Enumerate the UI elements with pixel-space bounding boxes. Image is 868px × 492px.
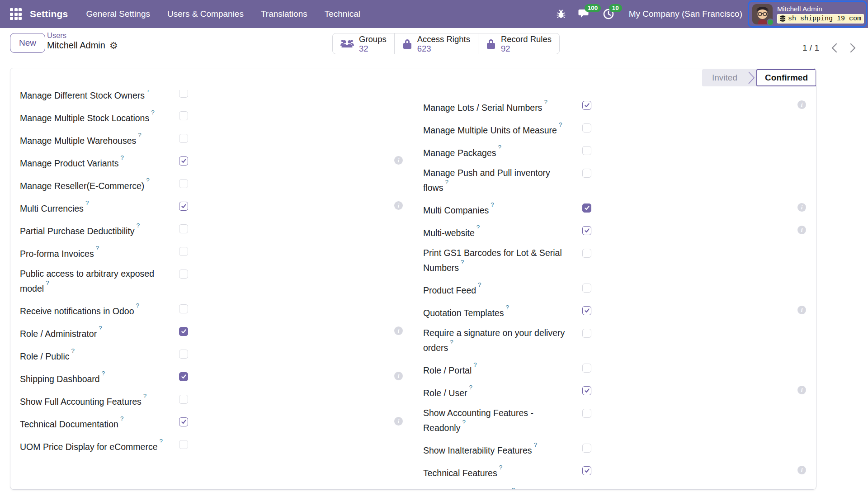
state-ribbon: Invited Confirmed [702, 69, 816, 86]
permission-row: Quotation Templates? i [423, 304, 816, 319]
database-name: sh_shipping_19_com [788, 15, 861, 23]
check-icon [181, 419, 187, 425]
permission-checkbox[interactable] [582, 226, 591, 235]
permission-row: Manage Push and Pull inventory flows? [423, 167, 816, 194]
menu-general-settings[interactable]: General Settings [86, 9, 150, 19]
permission-row: Manage Product Variants? i [20, 155, 418, 170]
permission-checkbox[interactable] [582, 284, 591, 293]
help-question-icon: ? [137, 222, 140, 229]
permission-checkbox[interactable] [582, 466, 591, 475]
pager-value[interactable]: 1 / 1 [802, 43, 819, 53]
apps-grid-icon[interactable] [10, 8, 22, 20]
app-name[interactable]: Settings [30, 9, 68, 19]
permission-checkbox[interactable] [179, 440, 188, 449]
statusbar: Invited Confirmed [10, 68, 816, 90]
help-question-icon: ? [159, 438, 163, 445]
permission-row: Show Accounting Features - Readonly? [423, 407, 816, 434]
help-question-icon: ? [136, 302, 140, 309]
pager-previous-icon[interactable] [831, 43, 838, 53]
permission-checkbox[interactable] [582, 329, 591, 338]
permission-row: Partial Purchase Deductibility? [20, 222, 418, 237]
menu-users-companies[interactable]: Users & Companies [167, 9, 244, 19]
permission-checkbox[interactable] [582, 386, 591, 395]
stat-buttons: Groups 32 Access Rights 623 Record Rules… [332, 33, 560, 54]
permission-checkbox[interactable] [582, 169, 591, 178]
permission-row: Receive notifications in Odoo? [20, 303, 418, 317]
new-button[interactable]: New [10, 33, 45, 53]
permission-label: Manage Multiple Units of Measure? [423, 122, 582, 137]
permission-checkbox[interactable] [179, 417, 188, 426]
company-switcher[interactable]: My Company (San Francisco) [629, 9, 742, 19]
permission-label: Multi Currencies? [20, 200, 179, 215]
check-icon [584, 205, 590, 211]
help-question-icon: ? [143, 393, 147, 399]
check-icon [181, 158, 187, 164]
access-rights-stat-button[interactable]: Access Rights 623 [394, 33, 478, 54]
state-confirmed[interactable]: Confirmed [756, 69, 816, 86]
permission-checkbox[interactable] [582, 203, 591, 213]
permission-checkbox[interactable] [179, 327, 188, 336]
permission-row: Role / Administrator? i [20, 325, 418, 340]
permission-checkbox[interactable] [179, 350, 188, 359]
permission-checkbox[interactable] [582, 306, 591, 315]
state-invited[interactable]: Invited [702, 69, 747, 86]
permission-checkbox[interactable] [582, 444, 591, 453]
info-icon: i [797, 306, 806, 314]
permission-checkbox[interactable] [582, 101, 591, 110]
permission-label: Manage Product Variants? [20, 155, 179, 170]
help-question-icon: ? [478, 281, 481, 288]
user-menu[interactable]: Mitchell Admin sh_shipping_19_com [748, 0, 867, 28]
permission-checkbox[interactable] [179, 202, 188, 211]
help-question-icon: ? [512, 487, 515, 490]
gear-actions-icon[interactable]: ⚙ [109, 41, 118, 50]
permission-row: Multi Companies? i [423, 202, 816, 217]
permission-checkbox[interactable] [179, 395, 188, 404]
permission-checkbox[interactable] [582, 364, 591, 373]
permission-checkbox[interactable] [179, 224, 188, 233]
permission-row: Manage Multiple Units of Measure? [423, 122, 816, 137]
record-rules-stat-button[interactable]: Record Rules 92 [478, 33, 560, 54]
permission-row: Show Full Accounting Features? [20, 393, 418, 408]
info-icon: i [797, 386, 806, 394]
check-icon [584, 227, 590, 233]
permission-row: Manage Packages? [423, 144, 816, 159]
help-question-icon: ? [151, 109, 155, 116]
permission-row: Pro-forma Invoices? [20, 245, 418, 260]
permission-checkbox[interactable] [582, 123, 591, 132]
check-icon [181, 203, 187, 209]
permission-checkbox[interactable] [582, 249, 591, 258]
permission-row: Technical Documentation? i [20, 416, 418, 430]
menu-technical[interactable]: Technical [325, 9, 360, 19]
permission-checkbox[interactable] [179, 156, 188, 166]
permission-row: Role / User? i [423, 384, 816, 399]
permissions-column-right: Manage Lots / Serial Numbers? i Manage M… [423, 99, 816, 490]
permission-checkbox[interactable] [179, 304, 188, 313]
pager: 1 / 1 [802, 28, 856, 68]
activities-clock-icon[interactable]: 10 [603, 8, 614, 20]
permission-row: Technical Features? i [423, 464, 816, 479]
messages-icon[interactable]: 100 [578, 8, 591, 20]
permission-checkbox[interactable] [582, 409, 591, 418]
info-icon: i [394, 417, 403, 426]
menu-translations[interactable]: Translations [261, 9, 307, 19]
permission-checkbox[interactable] [582, 146, 591, 155]
breadcrumb-users-link[interactable]: Users [47, 31, 118, 40]
pager-next-icon[interactable] [849, 43, 856, 53]
debug-bug-icon[interactable] [556, 9, 566, 19]
permission-checkbox[interactable] [582, 489, 591, 490]
permission-checkbox[interactable] [179, 134, 188, 143]
help-question-icon: ? [499, 464, 503, 471]
groups-stat-button[interactable]: Groups 32 [332, 33, 395, 54]
app-menus: General Settings Users & Companies Trans… [86, 9, 360, 19]
permission-checkbox[interactable] [179, 372, 188, 381]
help-question-icon: ? [146, 177, 150, 184]
permission-checkbox[interactable] [179, 111, 188, 120]
permission-checkbox[interactable] [179, 247, 188, 256]
check-icon [584, 468, 590, 473]
permission-label: Manage Multiple Stock Locations? [20, 109, 179, 124]
permission-row: Role / Public? [20, 348, 418, 363]
permission-checkbox[interactable] [179, 179, 188, 188]
permission-row: Multi Currencies? i [20, 200, 418, 215]
permission-checkbox[interactable] [179, 270, 188, 279]
control-panel: New Users Mitchell Admin ⚙ Groups 32 Acc… [0, 28, 868, 68]
